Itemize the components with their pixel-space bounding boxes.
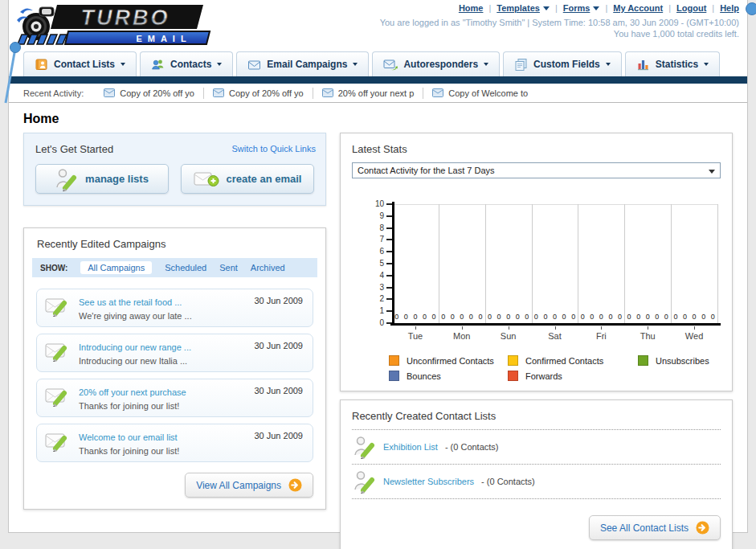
- data-value-label: 0: [495, 313, 503, 321]
- contact-list-name-link[interactable]: Newsletter Subscribers: [383, 477, 474, 486]
- data-value-label: 0: [476, 313, 484, 321]
- filter-all-campaigns[interactable]: All Campaigns: [80, 261, 152, 274]
- nav-link-logout[interactable]: Logout: [676, 3, 706, 13]
- switch-quick-links[interactable]: Switch to Quick Links: [231, 144, 316, 154]
- nav-link-templates[interactable]: Templates: [497, 3, 550, 13]
- recent-activity-item-label: Copy of 20% off yo: [120, 88, 194, 98]
- data-value-label: 0: [541, 313, 550, 321]
- top-nav: Home|Templates|Forms|My Account|Logout|H…: [459, 3, 739, 13]
- data-value-label: 0: [448, 313, 456, 321]
- legend-item: Forwards: [508, 371, 638, 381]
- x-axis-category-label: Tue: [399, 331, 431, 341]
- nav-link-forms[interactable]: Forms: [563, 3, 600, 13]
- tab-label: Autoresponders: [403, 59, 478, 70]
- gs-button-label: manage lists: [85, 173, 149, 185]
- caret-down-icon: [217, 63, 222, 66]
- recent-activity-item[interactable]: Copy of 20% off yo: [204, 88, 313, 99]
- show-label: SHOW:: [40, 264, 67, 272]
- campaign-date: 30 Jun 2009: [254, 341, 303, 350]
- filter-scheduled[interactable]: Scheduled: [165, 263, 206, 272]
- y-axis-tick-label: 1: [352, 306, 384, 315]
- y-axis-tick-label: 4: [352, 271, 384, 280]
- data-value-label: 0: [505, 313, 513, 321]
- legend-label: Forwards: [525, 371, 562, 381]
- recent-activity-item[interactable]: Copy of Welcome to: [423, 88, 537, 99]
- tab-contact-lists[interactable]: Contact Lists: [23, 51, 137, 76]
- data-value-label: 0: [635, 313, 643, 321]
- manage-lists-button[interactable]: manage lists: [35, 164, 169, 194]
- stats-period-value: Contact Activity for the Last 7 Days: [358, 166, 495, 175]
- nav-separator: |: [488, 3, 491, 13]
- nav-link-help[interactable]: Help: [720, 3, 739, 13]
- campaign-title-link[interactable]: Introducing our new range ...: [79, 342, 191, 352]
- y-axis: [392, 202, 394, 326]
- x-axis-category-label: Wed: [678, 331, 710, 341]
- data-value-label: 0: [597, 313, 605, 321]
- tab-custom-fields[interactable]: Custom Fields: [503, 51, 622, 76]
- logo-word-turbo: TURBO: [81, 6, 170, 30]
- data-value-label: 0: [588, 313, 596, 321]
- data-value-label: 0: [458, 313, 466, 321]
- data-value-label: 0: [411, 313, 419, 321]
- y-axis-tick-mark: [386, 215, 392, 217]
- x-axis-tick-mark: [555, 326, 556, 330]
- x-axis: [390, 323, 721, 326]
- campaign-title-link[interactable]: Welcome to our email list: [79, 432, 178, 442]
- y-axis-tick-mark: [386, 310, 392, 312]
- app-window: TURBO EMAIL Home|Templates|Forms|My Acco…: [8, 0, 748, 533]
- tab-statistics[interactable]: Statistics: [625, 51, 720, 76]
- contact-list-name-link[interactable]: Exhibition List: [383, 442, 438, 452]
- legend-item: Unconfirmed Contacts: [389, 355, 508, 366]
- campaigns-title: Recently Edited Campaigns: [37, 238, 317, 250]
- app-logo[interactable]: TURBO EMAIL: [15, 2, 216, 49]
- recent-activity-item-label: Copy of Welcome to: [448, 88, 528, 98]
- campaign-item[interactable]: Introducing our new range ...Introducing…: [36, 334, 313, 372]
- tab-email-campaigns[interactable]: Email Campaigns: [236, 51, 369, 76]
- y-axis-tick-label: 9: [352, 211, 384, 220]
- view-all-campaigns-button[interactable]: View All Campaigns: [185, 473, 313, 498]
- plot-top-border: [392, 204, 717, 205]
- campaign-item[interactable]: See us at the retail food ...We're givin…: [36, 289, 313, 327]
- nav-link-label: Logout: [676, 3, 706, 13]
- filter-sent[interactable]: Sent: [219, 263, 238, 272]
- campaign-item[interactable]: 20% off your next purchaseThanks for joi…: [36, 379, 313, 417]
- tab-autoresponders[interactable]: Autoresponders: [372, 51, 500, 76]
- campaign-text: See us at the retail food ...We're givin…: [79, 294, 192, 321]
- nav-link-my-account[interactable]: My Account: [613, 3, 663, 13]
- x-axis-tick-mark: [601, 326, 602, 330]
- recent-activity-item[interactable]: 20% off your next p: [313, 88, 424, 99]
- view-all-campaigns-label: View All Campaigns: [196, 480, 281, 491]
- nav-link-home[interactable]: Home: [459, 3, 484, 13]
- x-axis-category-label: Thu: [631, 331, 664, 341]
- create-an-email-button[interactable]: create an email: [181, 164, 314, 194]
- data-value-label: 0: [700, 313, 708, 321]
- recent-activity-item[interactable]: Copy of 20% off yo: [95, 88, 204, 99]
- caret-down-icon: [353, 63, 358, 66]
- campaign-filter-bar: SHOW: All CampaignsScheduledSentArchived: [32, 258, 317, 277]
- custom-fields-icon: [514, 58, 528, 71]
- legend-swatch: [389, 355, 399, 366]
- caret-down-icon: [606, 63, 611, 66]
- filter-archived[interactable]: Archived: [251, 263, 285, 272]
- contact-list-item[interactable]: Exhibition List- (0 Contacts): [352, 430, 721, 465]
- data-value-label: 0: [607, 313, 615, 321]
- data-value-label: 0: [644, 313, 652, 321]
- legend-swatch: [508, 371, 518, 381]
- campaign-item[interactable]: Welcome to our email listThanks for join…: [36, 424, 313, 462]
- page-title: Home: [23, 112, 747, 126]
- data-value-label: 0: [532, 313, 540, 321]
- credits-line: You have 1,000 total credits left.: [380, 28, 739, 39]
- campaign-title-link[interactable]: 20% off your next purchase: [79, 387, 186, 397]
- data-value-label: 0: [662, 313, 670, 321]
- y-axis-tick-label: 7: [352, 235, 384, 244]
- x-axis-tick-mark: [694, 326, 695, 330]
- x-axis-category-label: Mon: [446, 331, 478, 341]
- y-axis-tick-label: 2: [352, 294, 384, 303]
- contact-list-item[interactable]: Newsletter Subscribers- (0 Contacts): [352, 465, 721, 499]
- tab-label: Contact Lists: [54, 59, 115, 70]
- tab-contacts[interactable]: Contacts: [140, 51, 233, 76]
- see-all-contact-lists-button[interactable]: See All Contact Lists: [589, 515, 721, 540]
- stats-period-select[interactable]: Contact Activity for the Last 7 Days: [352, 162, 721, 178]
- get-started-panel: Let's Get Started Switch to Quick Links …: [23, 133, 326, 206]
- campaign-title-link[interactable]: See us at the retail food ...: [79, 297, 182, 307]
